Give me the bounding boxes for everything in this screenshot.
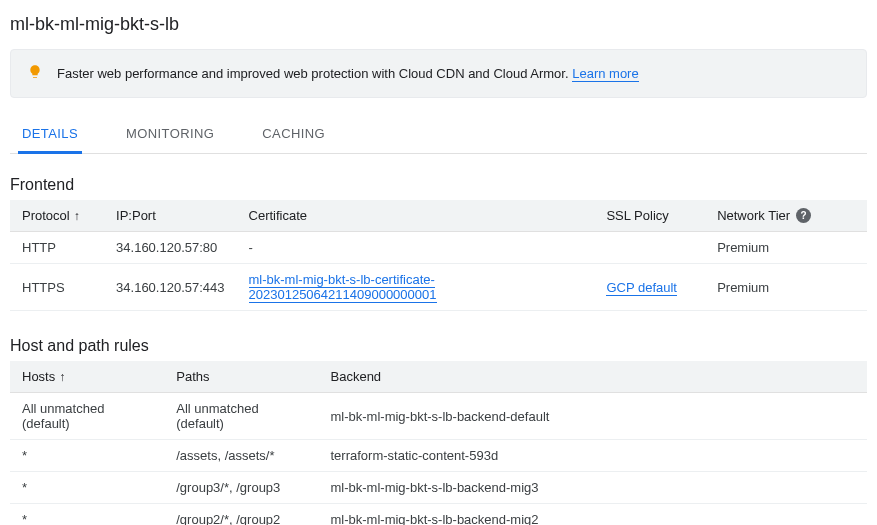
th-label: Protocol	[22, 208, 70, 223]
cell-network-tier: Premium	[705, 232, 867, 264]
cell-paths: /group2/*, /group2	[164, 504, 318, 526]
cell-backend: terraform-static-content-593d	[319, 440, 868, 472]
info-banner: Faster web performance and improved web …	[10, 49, 867, 98]
cell-backend: ml-bk-ml-mig-bkt-s-lb-backend-default	[319, 393, 868, 440]
th-label: Hosts	[22, 369, 55, 384]
cell-certificate: -	[237, 232, 595, 264]
hostpath-th-backend[interactable]: Backend	[319, 361, 868, 393]
frontend-th-sslpolicy[interactable]: SSL Policy	[594, 200, 705, 232]
table-row: All unmatched (default)All unmatched (de…	[10, 393, 867, 440]
host-path-section-title: Host and path rules	[10, 337, 867, 355]
cell-hosts: All unmatched (default)	[10, 393, 164, 440]
cell-certificate: ml-bk-ml-mig-bkt-s-lb-certificate-202301…	[237, 264, 595, 311]
cell-hosts: *	[10, 472, 164, 504]
frontend-table: Protocol ↑ IP:Port Certificate SSL Polic…	[10, 200, 867, 311]
cell-ip-port: 34.160.120.57:443	[104, 264, 236, 311]
cell-paths: /group3/*, /group3	[164, 472, 318, 504]
th-label: Network Tier	[717, 208, 790, 223]
sort-arrow-icon: ↑	[59, 370, 65, 384]
ssl-policy-link[interactable]: GCP default	[606, 280, 677, 296]
cell-hosts: *	[10, 504, 164, 526]
frontend-th-certificate[interactable]: Certificate	[237, 200, 595, 232]
hostpath-th-hosts[interactable]: Hosts ↑	[10, 361, 164, 393]
cell-ip-port: 34.160.120.57:80	[104, 232, 236, 264]
cell-protocol: HTTP	[10, 232, 104, 264]
frontend-section-title: Frontend	[10, 176, 867, 194]
hostpath-th-paths[interactable]: Paths	[164, 361, 318, 393]
cell-hosts: *	[10, 440, 164, 472]
page-title: ml-bk-ml-mig-bkt-s-lb	[10, 14, 867, 35]
banner-message: Faster web performance and improved web …	[57, 66, 639, 81]
cell-backend: ml-bk-ml-mig-bkt-s-lb-backend-mig3	[319, 472, 868, 504]
lightbulb-icon	[27, 64, 43, 83]
learn-more-link[interactable]: Learn more	[572, 66, 638, 82]
certificate-link[interactable]: ml-bk-ml-mig-bkt-s-lb-certificate-202301…	[249, 272, 437, 303]
table-row: */group3/*, /group3ml-bk-ml-mig-bkt-s-lb…	[10, 472, 867, 504]
cell-ssl-policy: GCP default	[594, 264, 705, 311]
cell-backend: ml-bk-ml-mig-bkt-s-lb-backend-mig2	[319, 504, 868, 526]
table-row: */group2/*, /group2ml-bk-ml-mig-bkt-s-lb…	[10, 504, 867, 526]
tab-details[interactable]: DETAILS	[18, 116, 82, 154]
sort-arrow-icon: ↑	[74, 209, 80, 223]
cell-protocol: HTTPS	[10, 264, 104, 311]
frontend-th-networktier[interactable]: Network Tier ?	[705, 200, 867, 232]
host-path-table: Hosts ↑ Paths Backend All unmatched (def…	[10, 361, 867, 525]
table-row: HTTPS34.160.120.57:443ml-bk-ml-mig-bkt-s…	[10, 264, 867, 311]
cell-paths: All unmatched (default)	[164, 393, 318, 440]
tab-monitoring[interactable]: MONITORING	[122, 116, 218, 154]
cell-network-tier: Premium	[705, 264, 867, 311]
cell-paths: /assets, /assets/*	[164, 440, 318, 472]
help-icon[interactable]: ?	[796, 208, 811, 223]
tabs: DETAILS MONITORING CACHING	[10, 116, 867, 154]
frontend-th-protocol[interactable]: Protocol ↑	[10, 200, 104, 232]
table-row: */assets, /assets/*terraform-static-cont…	[10, 440, 867, 472]
cell-ssl-policy	[594, 232, 705, 264]
table-row: HTTP34.160.120.57:80-Premium	[10, 232, 867, 264]
frontend-th-ipport[interactable]: IP:Port	[104, 200, 236, 232]
tab-caching[interactable]: CACHING	[258, 116, 329, 154]
banner-text: Faster web performance and improved web …	[57, 66, 572, 81]
